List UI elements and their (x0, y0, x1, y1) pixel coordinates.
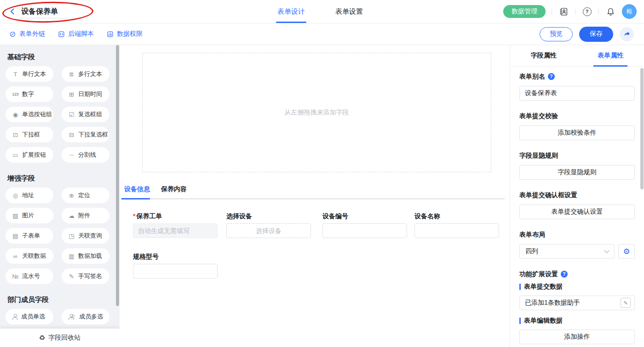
extension-settings-label: 功能扩展设置 ? (519, 270, 635, 278)
checkbox-group-icon: ☑ (68, 111, 75, 118)
datetime-icon: ⊞ (68, 91, 75, 98)
field-chip-data-load[interactable]: ▥ 数据加载 (62, 248, 109, 264)
field-chip-subform[interactable]: ▤ 子表单 (6, 228, 53, 244)
form-alias-input[interactable] (519, 86, 635, 101)
paperclip-icon (9, 31, 16, 38)
add-validation-button[interactable]: 添加校验条件 (519, 125, 635, 140)
toolbar-links: 表单外链 后端脚本 数据权限 (9, 23, 143, 45)
data-manage-button[interactable]: 数据管理 (503, 5, 546, 18)
field-chip-attachment[interactable]: ☁ 附件 (62, 208, 109, 223)
panel-scrollbar[interactable] (640, 68, 644, 189)
field-label: 设备编号 (322, 211, 407, 221)
sidebar-scrollbar[interactable] (116, 45, 119, 306)
tab-maintenance-content[interactable]: 保养内容 (161, 185, 187, 193)
field-chip-divider-line[interactable]: ┄ 分割线 (62, 147, 109, 163)
field-recycle-bin[interactable]: ♻ 字段回收站 (0, 329, 120, 347)
spec-model-input[interactable] (133, 264, 218, 279)
add-operation-button[interactable]: 添加操作 (519, 330, 635, 344)
submit-confirm-button[interactable]: 表单提交确认设置 (519, 205, 635, 219)
share-button[interactable] (620, 27, 634, 41)
field-chip-extend-button[interactable]: ▭ 扩展按钮 (6, 147, 53, 163)
notifications-button[interactable] (605, 6, 616, 17)
multi-line-text-icon: ≣ (68, 71, 75, 78)
field-chip-datetime[interactable]: ⊞ 日期时间 (62, 86, 109, 102)
avatar[interactable]: 检 (622, 4, 637, 19)
tab-form-settings[interactable]: 表单设置 (335, 0, 363, 23)
field-chip-member-multi[interactable]: 成员多选 (62, 309, 109, 324)
field-chip-signature[interactable]: ✎ 手写签名 (62, 268, 109, 284)
section-bar (519, 318, 521, 324)
field-chip-member-single[interactable]: 成员单选 (6, 309, 53, 324)
radio-group-icon: ◉ (12, 111, 19, 118)
device-number-input[interactable] (322, 223, 407, 238)
field-chip-linked-query[interactable]: ◳ 关联查询 (62, 228, 109, 244)
linked-query-icon: ◳ (68, 233, 75, 239)
layout-select[interactable]: 四列 (519, 244, 615, 259)
submit-confirm-label: 表单提交确认框设置 (519, 191, 635, 199)
divider-line-icon: ┄ (68, 152, 75, 159)
field-chip-single-line-text[interactable]: T 单行文本 (6, 66, 53, 82)
field-chip-address[interactable]: ◎ 地址 (6, 188, 53, 203)
panel-body: 表单别名 ? 表单提交校验 添加校验条件 字段显隐规则 字段显隐规则 表单提交确… (510, 67, 644, 344)
submit-data-label: 表单提交数据 (519, 283, 635, 291)
field-select-device: 选择设备 (226, 211, 311, 238)
field-chip-dropdown[interactable]: ⊡ 下拉框 (6, 127, 53, 142)
tab-form-properties[interactable]: 表单属性 (577, 45, 644, 66)
submit-validation-label: 表单提交校验 (519, 112, 635, 120)
form-layout-label: 表单布局 (519, 230, 635, 239)
maintenance-order-input[interactable] (133, 223, 218, 238)
field-device-number: 设备编号 (322, 211, 407, 238)
field-chip-linked-data[interactable]: ∞ 关联数据 (6, 248, 53, 264)
field-chip-image[interactable]: ▨ 图片 (6, 208, 53, 223)
page-title[interactable]: 设备保养单 (21, 7, 58, 17)
header-right: 数据管理 ? (503, 0, 637, 23)
properties-panel: 字段属性 表单属性 表单别名 ? 表单提交校验 添加校验条件 字段显隐规则 字段… (510, 45, 644, 347)
form-external-link[interactable]: 表单外链 (9, 30, 45, 38)
field-chip-serial-number[interactable]: № 流水号 (6, 268, 53, 284)
back-button[interactable] (8, 7, 17, 16)
linked-data-icon: ∞ (12, 253, 19, 260)
submit-data-value: 已添加1条数据助手 (525, 299, 580, 307)
visibility-rules-button[interactable]: 字段显隐规则 (519, 165, 635, 180)
field-chip-multi-line-text[interactable]: ≣ 多行文本 (62, 66, 109, 82)
tab-form-design[interactable]: 表单设计 (277, 0, 305, 23)
preview-button[interactable]: 预览 (540, 27, 573, 41)
field-label: 设备名称 (414, 211, 499, 221)
tab-device-info[interactable]: 设备信息 (124, 185, 150, 193)
edit-icon[interactable]: ✎ (621, 298, 631, 308)
address-book-button[interactable] (558, 6, 569, 17)
save-button[interactable]: 保存 (579, 27, 613, 42)
backend-script-link[interactable]: 后端脚本 (58, 30, 94, 38)
edit-data-label: 表单编辑数据 (519, 317, 635, 325)
field-chip-multi-dropdown[interactable]: ⊟ 下拉复选框 (62, 127, 109, 142)
canvas-tabs: 设备信息 保养内容 (124, 185, 187, 193)
help-button[interactable]: ? (581, 6, 592, 17)
gear-icon: ⚙ (623, 248, 630, 256)
field-dropzone[interactable]: 从左侧拖拽来添加字段 (142, 53, 491, 172)
field-chip-location[interactable]: ⊕ 定位 (62, 188, 109, 203)
share-arrow-icon (623, 30, 631, 38)
number-icon: 123 (12, 92, 19, 97)
select-device-input[interactable] (226, 223, 311, 238)
dropdown-icon: ⊡ (12, 131, 19, 138)
data-permission-icon (107, 31, 114, 38)
help-icon[interactable]: ? (561, 271, 568, 278)
data-permission-link[interactable]: 数据权限 (107, 30, 143, 38)
layout-settings-button[interactable]: ⚙ (618, 244, 635, 259)
form-alias-label: 表单别名 ? (519, 72, 635, 80)
field-label: 规格型号 (133, 252, 218, 261)
field-chip-number[interactable]: 123 数字 (6, 86, 53, 102)
people-icon (68, 314, 76, 320)
recycle-icon: ♻ (39, 334, 45, 342)
field-chip-checkbox-group[interactable]: ☑ 复选框组 (62, 107, 109, 122)
device-name-input[interactable] (414, 223, 499, 238)
submit-data-box[interactable]: 已添加1条数据助手 ✎ (519, 296, 635, 310)
location-icon: ⊕ (68, 192, 75, 199)
section-title-enhanced-fields: 增强字段 (7, 174, 120, 182)
address-icon: ◎ (12, 192, 19, 199)
tab-field-properties[interactable]: 字段属性 (510, 45, 577, 66)
person-icon (12, 314, 18, 320)
basic-fields-grid: T 单行文本 ≣ 多行文本 123 数字 ⊞ 日期时间 ◉ 单选按钮组 ☑ 复选… (0, 66, 120, 167)
help-icon[interactable]: ? (548, 73, 555, 80)
field-chip-radio-group[interactable]: ◉ 单选按钮组 (6, 107, 53, 122)
